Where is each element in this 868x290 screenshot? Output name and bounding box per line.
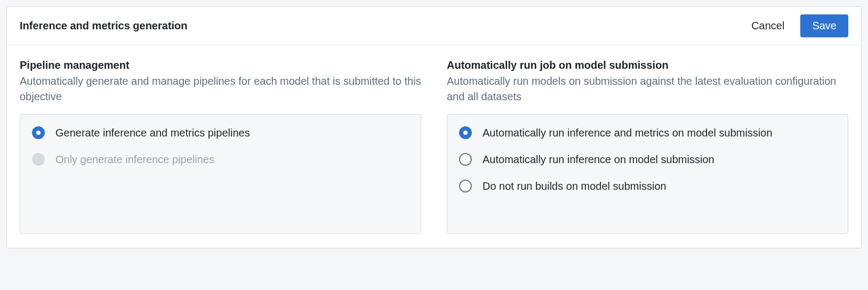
- radio-label: Generate inference and metrics pipelines: [55, 125, 250, 140]
- radio-option-generate-inference-metrics[interactable]: Generate inference and metrics pipelines: [32, 125, 409, 140]
- autorun-section: Automatically run job on model submissio…: [447, 59, 848, 234]
- panel-title: Inference and metrics generation: [20, 20, 188, 32]
- radio-label: Automatically run inference and metrics …: [483, 125, 773, 140]
- cancel-button[interactable]: Cancel: [749, 17, 786, 35]
- radio-option-do-not-run[interactable]: Do not run builds on model submission: [459, 179, 836, 194]
- radio-label: Automatically run inference on model sub…: [483, 152, 714, 167]
- radio-selected-icon: [459, 126, 472, 139]
- radio-label: Only generate inference pipelines: [55, 152, 214, 167]
- settings-panel: Inference and metrics generation Cancel …: [6, 6, 862, 248]
- autorun-radio-group: Automatically run inference and metrics …: [447, 114, 848, 234]
- radio-option-only-inference: Only generate inference pipelines: [32, 152, 409, 167]
- pipeline-radio-group: Generate inference and metrics pipelines…: [20, 114, 421, 234]
- section-title: Pipeline management: [20, 59, 421, 71]
- radio-option-auto-inference[interactable]: Automatically run inference on model sub…: [459, 152, 836, 167]
- radio-unselected-icon: [459, 153, 472, 166]
- panel-body: Pipeline management Automatically genera…: [7, 45, 861, 248]
- section-description: Automatically generate and manage pipeli…: [20, 74, 421, 104]
- radio-unselected-icon: [459, 180, 472, 192]
- header-actions: Cancel Save: [749, 14, 848, 37]
- radio-option-auto-inference-metrics[interactable]: Automatically run inference and metrics …: [459, 125, 836, 140]
- section-title: Automatically run job on model submissio…: [447, 59, 848, 71]
- section-description: Automatically run models on submission a…: [447, 74, 848, 104]
- radio-disabled-icon: [32, 153, 45, 166]
- panel-header: Inference and metrics generation Cancel …: [7, 7, 861, 45]
- radio-selected-icon: [32, 126, 45, 139]
- radio-label: Do not run builds on model submission: [483, 179, 666, 194]
- save-button[interactable]: Save: [800, 14, 848, 37]
- pipeline-management-section: Pipeline management Automatically genera…: [20, 59, 421, 234]
